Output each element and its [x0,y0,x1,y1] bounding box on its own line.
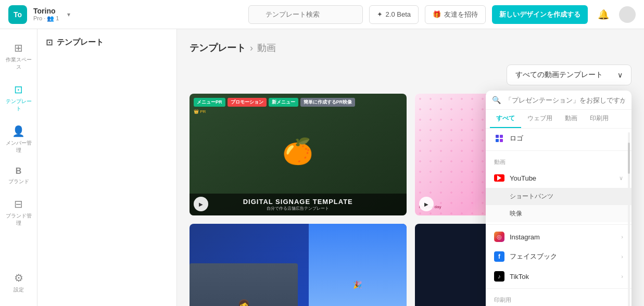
sidebar-item-members[interactable]: 👤 メンバー管理 [3,121,34,158]
sidebar-item-brand-label: ブランド [8,178,29,185]
dropdown-search-icon: 🔍 [492,96,501,104]
notification-button[interactable]: 🔔 [594,5,613,24]
card2-play-button[interactable]: ▶ [419,197,434,211]
logo-label: ロゴ [510,134,623,143]
dropdown-item-instagram[interactable]: ◎ Instagram › [486,227,632,247]
sidebar: ⊞ 作業スペース ⊡ テンプレート 👤 メンバー管理 B ブランド ⊟ ブランド… [0,29,37,306]
beta-icon: ✦ [377,10,383,18]
filter-chevron-icon: ∨ [617,71,623,79]
youtube-label: YouTube [510,174,614,182]
dropdown-panel: 🔍 すべて ウェブ用 動画 印刷用 [486,91,632,306]
dropdown-tabs: すべて ウェブ用 動画 印刷用 [486,110,632,129]
panel-title-text: テンプレート [57,37,104,47]
card1-tags: メニューPR プロモーション 新メニュー 簡単に作成するPR映像 [190,94,407,109]
members-icon: 👤 [12,125,25,137]
dropdown-search-wrap: 🔍 [486,91,632,110]
dropdown-sub-item-shorts[interactable]: ショートパンツ [486,188,632,205]
card3-right: 🎉 [309,224,406,306]
tiktok-icon: ♪ [494,271,504,282]
sidebar-item-workspace[interactable]: ⊞ 作業スペース [3,37,34,75]
breadcrumb-current: 動画 [257,42,276,54]
tiktok-chevron-icon: › [621,273,623,279]
brand-mgmt-icon: ⊟ [14,198,23,210]
print-section-label: 印刷用 [486,291,632,306]
invite-button[interactable]: 🎁 友達を招待 [425,5,486,24]
anchor-figure: 👩 [190,263,298,306]
breadcrumb: テンプレート › 動画 [190,42,632,54]
dropdown-item-logo[interactable]: ロゴ [486,129,632,148]
svg-rect-0 [496,135,499,138]
bell-icon: 🔔 [598,9,609,20]
shorts-label: ショートパンツ [510,192,553,201]
sidebar-item-templates[interactable]: ⊡ テンプレート [3,79,34,117]
workspace-info: Torino Pro · 👥 1 [33,7,59,22]
logo-icon [494,133,504,144]
scrollbar-thumb[interactable] [628,143,630,174]
card3-anchor: 👩 [190,254,298,306]
create-label: 新しいデザインを作成する [499,10,580,19]
facebook-label: フェイスブック [510,252,616,261]
filter-dropdown-button[interactable]: すべての動画テンプレート ∨ [507,65,632,85]
scrollbar-track [628,132,630,306]
sidebar-item-templates-label: テンプレート [5,98,32,112]
divider-3 [486,288,632,289]
divider-1 [486,150,632,151]
dropdown-search-input[interactable] [505,96,625,104]
facebook-chevron-icon: › [621,253,623,260]
breadcrumb-root: テンプレート [190,42,246,54]
card1-title: DIGITAL SIGNAGE TEMPLATE 自分で作る店舗広告テンプレート [190,194,407,215]
left-panel: ⊡ テンプレート [37,29,177,306]
dropdown-sub-item-eizo[interactable]: 映像 [486,205,632,222]
instagram-chevron-icon: › [621,234,623,240]
settings-icon: ⚙ [14,272,23,284]
facebook-icon: f [494,251,504,262]
tag-new-menu: 新メニュー [269,98,298,107]
tag-promo: プロモーション [228,98,267,107]
instagram-icon: ◎ [494,232,504,242]
dropdown-item-youtube[interactable]: YouTube ∨ [486,168,632,188]
workspace-chevron-icon[interactable]: ▾ [67,11,70,18]
sidebar-item-workspace-label: 作業スペース [5,56,32,71]
workspace-sub: Pro · 👥 1 [33,15,59,22]
sidebar-item-brand-mgmt-label: ブランド管理 [5,212,32,227]
avatar[interactable] [619,6,636,23]
dropdown-tab-print[interactable]: 印刷用 [584,110,615,128]
template-card-1[interactable]: 👑 PR メニューPR プロモーション 新メニュー 簡単に作成するPR映像 🍊 … [190,94,407,215]
divider-2 [486,224,632,225]
svg-rect-2 [496,139,499,142]
tag-easy: 簡単に作成するPR映像 [300,98,356,107]
sidebar-item-settings[interactable]: ⚙ 設定 [3,267,34,298]
video-section-label: 動画 [486,153,632,168]
search-input[interactable] [248,5,363,24]
dropdown-item-facebook[interactable]: f フェイスブック › [486,247,632,266]
sidebar-item-brand-mgmt[interactable]: ⊟ ブランド管理 [3,194,34,231]
app-logo[interactable]: To [8,5,27,24]
beta-button[interactable]: ✦ 2.0 Beta [369,5,419,24]
header: To Torino Pro · 👥 1 ▾ 🔍 ✦ 2.0 Beta 🎁 友達を… [0,0,644,29]
youtube-icon [494,173,504,183]
tag-menu-pr: メニューPR [194,98,225,107]
dropdown-tab-video[interactable]: 動画 [559,110,584,128]
template-card-3[interactable]: リアルタイム速報 🎉 👩 ▶ [190,224,407,306]
dropdown-tab-all[interactable]: すべて [490,110,521,128]
content-area: テンプレート › 動画 すべての動画テンプレート ∨ 🔍 [177,29,644,306]
instagram-label: Instagram [510,233,616,241]
sidebar-item-brand[interactable]: B ブランド [3,162,34,189]
youtube-chevron-icon: ∨ [619,175,623,182]
templates-icon: ⊡ [14,83,23,96]
dropdown-item-tiktok[interactable]: ♪ TikTok › [486,266,632,286]
workspace-name: Torino [33,7,59,15]
dropdown-tab-web[interactable]: ウェブ用 [521,110,559,128]
sidebar-item-members-label: メンバー管理 [5,139,32,154]
create-button[interactable]: 新しいデザインを作成する [492,5,588,24]
invite-icon: 🎁 [433,10,441,18]
panel-title: ⊡ テンプレート [46,37,168,47]
main: ⊡ テンプレート テンプレート › 動画 すべての動画テンプレート ∨ � [37,29,644,306]
brand-icon: B [16,167,22,176]
invite-label: 友達を招待 [444,10,478,19]
card1-subtitle: 自分で作る店舗広告テンプレート [194,206,402,211]
svg-rect-1 [500,135,503,138]
eizo-label: 映像 [510,209,522,218]
card3-crowd: 🎉 [309,224,406,306]
breadcrumb-separator: › [250,43,253,54]
